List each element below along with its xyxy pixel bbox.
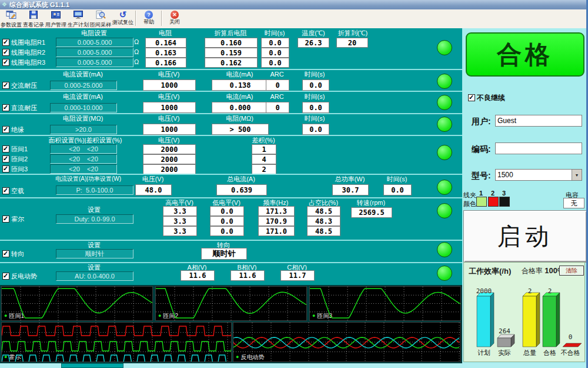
setting-header: 设置 — [56, 241, 132, 248]
value-voltage: 1000 — [143, 79, 196, 91]
column-header: 时间(s) — [300, 115, 329, 122]
checkbox-icon[interactable] — [2, 82, 9, 89]
checkbox-direction[interactable]: 转向 — [2, 250, 24, 257]
checkbox-icon[interactable] — [2, 187, 9, 194]
checkbox-ac-hipot[interactable]: 交流耐压 — [2, 82, 37, 89]
clamp-number: 1 — [477, 190, 485, 197]
code-input[interactable] — [495, 142, 582, 154]
value-resistance: 0.163 — [145, 48, 186, 58]
clear-button[interactable]: 清除 — [559, 266, 584, 276]
params-settings-icon — [6, 10, 16, 22]
value-low-level: 0.0 — [210, 216, 244, 226]
model-label: 型号: — [472, 171, 491, 181]
column-header: 电压(V) — [143, 93, 195, 100]
pass-rate: 合格率 100% — [522, 266, 564, 276]
toolbar-button-reset[interactable]: ↺ 测试复位 — [112, 9, 134, 28]
continue-on-fail-checkbox[interactable]: 不良继续 — [468, 94, 505, 101]
setting-header: 设置 — [56, 206, 132, 213]
checkbox-hall[interactable]: 霍尔 — [2, 216, 24, 223]
toolbar-button-users[interactable]: 用户管理 — [45, 9, 67, 28]
close-icon: ✕ — [171, 11, 179, 19]
status-indicator — [437, 180, 452, 195]
checkbox-coil-r1[interactable]: 线圈电阻R1 — [2, 39, 45, 46]
chevron-down-icon[interactable] — [572, 170, 582, 180]
checkbox-turn-3[interactable]: 匝间3 — [2, 165, 28, 173]
checkbox-icon[interactable] — [2, 165, 9, 173]
setting-box: AU: 0.0-400.0 — [56, 271, 133, 281]
test-label: 直流耐压 — [11, 104, 37, 111]
checkbox-icon[interactable] — [2, 250, 9, 257]
toolbar-button-help[interactable]: ? 帮助 — [138, 9, 160, 28]
user-management-icon — [51, 10, 61, 22]
toolbar-separator — [135, 11, 136, 26]
user-input[interactable] — [495, 115, 582, 127]
test-label: 霍尔 — [11, 216, 24, 223]
capacitance-value: 无 — [563, 198, 584, 208]
title-bar: ❖ 综合测试系统 G1.1.1 — [0, 0, 588, 9]
setting-box: <20 <20 — [50, 164, 117, 174]
test-label: 匝间3 — [11, 165, 28, 173]
test-label: 匝间2 — [11, 155, 28, 163]
column-header: 温度(℃) — [296, 29, 330, 37]
scope-hall: 霍尔 — [1, 322, 232, 362]
column-header: 频率(Hz) — [257, 199, 295, 206]
checkbox-icon[interactable] — [468, 94, 475, 101]
toolbar-button-plan[interactable]: 生产计划 — [67, 9, 89, 28]
scope-area: 匝间1 匝间2 匝间3 霍尔 反电动势 — [0, 285, 462, 363]
checkbox-icon[interactable] — [2, 126, 9, 133]
value-voltage: 1000 — [143, 102, 196, 113]
test-label: 线圈电阻R3 — [11, 59, 45, 66]
checkbox-icon[interactable] — [2, 39, 9, 46]
value-voltage: 1000 — [143, 124, 196, 135]
checkbox-coil-r3[interactable]: 线圈电阻R3 — [2, 59, 45, 66]
clamp-label: 线夹 — [463, 191, 476, 200]
clamp-color-swatch-2 — [488, 197, 499, 207]
value-resistance: > 500 — [212, 124, 269, 135]
status-indicator — [437, 95, 452, 110]
value-temperature: 26.3 — [298, 38, 329, 48]
column-header: 电压(V) — [143, 71, 195, 78]
checkbox-icon[interactable] — [2, 104, 9, 111]
checkbox-no-load[interactable]: 空载 — [2, 187, 24, 194]
checkbox-icon[interactable] — [2, 59, 9, 66]
scope-turn-3: 匝间3 — [309, 286, 461, 321]
status-indicator — [437, 203, 452, 218]
status-indicator — [437, 40, 452, 55]
checkbox-icon[interactable] — [2, 145, 9, 152]
taskbar-item[interactable] — [61, 363, 123, 368]
model-select[interactable]: 1500 — [495, 169, 582, 181]
checkbox-turn-1[interactable]: 匝间1 — [2, 145, 28, 152]
toolbar-button-close[interactable]: ✕ 关闭 — [163, 9, 186, 28]
test-label: 匝间1 — [11, 145, 28, 152]
setting-box: 0.000-5.000 — [56, 38, 133, 47]
checkbox-icon[interactable] — [2, 49, 9, 56]
value-resistance: 0.164 — [145, 38, 186, 48]
value-high-level: 3.3 — [163, 226, 197, 236]
test-label: 反电动势 — [11, 273, 37, 280]
checkbox-coil-r2[interactable]: 线圈电阻R2 — [2, 49, 45, 56]
toolbar-button-params[interactable]: 参数设置 — [0, 9, 22, 28]
checkbox-turn-2[interactable]: 匝间2 — [2, 155, 28, 163]
checkbox-icon[interactable] — [2, 155, 9, 163]
value-conv-to: 20 — [336, 38, 368, 48]
value-current: 0.138 — [212, 79, 269, 91]
column-header: 面积设置(%)|差积设置(%) — [35, 137, 135, 144]
checkbox-bemf[interactable]: 反电动势 — [2, 273, 37, 280]
stats-title: 工作效率(/h) — [469, 266, 511, 277]
value-phase-b: 11.6 — [230, 270, 265, 281]
start-button[interactable]: 启动 — [464, 211, 587, 262]
test-label: 转向 — [11, 250, 24, 257]
column-header: 时间(s) — [300, 93, 329, 100]
column-header: ARC — [266, 93, 288, 100]
group-divider — [0, 91, 462, 92]
result-badge: 合格 — [466, 32, 584, 77]
checkbox-insulation[interactable]: 绝缘 — [2, 126, 24, 133]
checkbox-dc-hipot[interactable]: 直流耐压 — [2, 104, 37, 111]
column-header: ARC — [266, 71, 288, 78]
checkbox-icon[interactable] — [2, 216, 9, 223]
toolbar-button-sampling[interactable]: 匝间采样 — [89, 9, 112, 28]
checkbox-icon[interactable] — [2, 273, 9, 280]
toolbar-button-records[interactable]: 查看记录 — [22, 9, 45, 28]
group-divider — [0, 262, 462, 263]
bar-category: 实际 — [492, 349, 517, 357]
